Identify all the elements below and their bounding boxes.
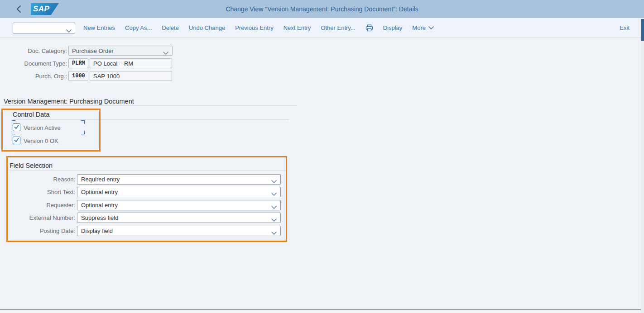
section-title: Version Management: Purchasing Document [4, 98, 134, 105]
new-entries-button[interactable]: New Entries [83, 24, 115, 31]
posting-date-dropdown[interactable]: Display field [77, 226, 281, 236]
posting-date-value: Display field [81, 228, 113, 234]
chevron-down-icon [271, 204, 277, 211]
chevron-down-icon [428, 24, 434, 31]
command-field[interactable] [13, 23, 75, 33]
version-active-label: Version Active [24, 124, 61, 131]
short-text-dropdown[interactable]: Optional entry [77, 187, 281, 197]
undo-change-button[interactable]: Undo Change [189, 24, 225, 31]
reason-value: Required entry [81, 176, 120, 183]
control-data-title: Control Data [13, 111, 49, 118]
external-number-value: Suppress field [81, 214, 118, 221]
chevron-down-icon [271, 178, 277, 185]
reason-dropdown[interactable]: Required entry [77, 174, 281, 185]
short-text-label: Short Text: [0, 189, 75, 195]
short-text-value: Optional entry [81, 189, 118, 195]
field-selection-title: Field Selection [10, 162, 53, 169]
header-bar: SAP Change View "Version Management: Pur… [0, 0, 644, 18]
next-entry-button[interactable]: Next Entry [284, 24, 311, 31]
requester-dropdown[interactable]: Optional entry [77, 200, 281, 210]
doc-category-label: Doc. Category: [0, 47, 67, 54]
scrollbar-thumb[interactable] [641, 19, 644, 41]
chevron-down-icon [271, 230, 277, 237]
section-divider [2, 105, 297, 106]
checkmark-icon [14, 123, 19, 132]
document-type-description-field[interactable]: PO Local – RM [90, 58, 172, 68]
version-active-checkbox[interactable] [13, 123, 20, 131]
requester-label: Requester: [0, 202, 75, 209]
purch-org-code-field[interactable]: 1000 [68, 71, 88, 81]
purch-org-description: SAP 1000 [93, 73, 120, 80]
window-title: Change View "Version Management: Purchas… [0, 0, 644, 18]
requester-value: Optional entry [81, 202, 118, 209]
doc-category-value: Purchase Order [72, 47, 114, 54]
purch-org-description-field[interactable]: SAP 1000 [90, 71, 172, 81]
external-number-dropdown[interactable]: Suppress field [77, 213, 281, 223]
field-selection-divider [10, 171, 286, 171]
exit-button[interactable]: Exit [620, 24, 630, 31]
vertical-scrollbar[interactable] [641, 18, 644, 313]
purch-org-code: 1000 [72, 73, 85, 79]
delete-button[interactable]: Delete [162, 24, 179, 31]
control-data-divider [13, 119, 289, 120]
display-button[interactable]: Display [383, 24, 403, 31]
chevron-down-icon [163, 50, 168, 57]
chevron-down-icon [271, 217, 277, 223]
external-number-label: External Number: [0, 214, 75, 221]
application-toolbar: New Entries Copy As... Delete Undo Chang… [0, 18, 644, 38]
previous-entry-button[interactable]: Previous Entry [235, 24, 274, 31]
sap-gui-window: SAP Change View "Version Management: Pur… [0, 0, 644, 313]
doc-category-dropdown[interactable]: Purchase Order [68, 46, 173, 56]
footer-strip [0, 310, 644, 313]
document-type-description: PO Local – RM [93, 60, 133, 67]
reason-label: Reason: [0, 176, 75, 183]
other-entry-button[interactable]: Other Entry... [321, 24, 355, 31]
more-button[interactable]: More [412, 24, 434, 31]
document-type-label: Document Type: [0, 60, 67, 67]
version-0-ok-label: Version 0 OK [24, 138, 58, 144]
purch-org-label: Purch. Org.: [0, 73, 67, 80]
copy-as-button[interactable]: Copy As... [125, 24, 152, 31]
command-input[interactable] [13, 23, 75, 33]
document-type-code-field[interactable]: PLRM [68, 58, 88, 68]
printer-icon[interactable] [365, 24, 373, 32]
chevron-down-icon [271, 191, 277, 198]
checkmark-icon [14, 137, 19, 145]
version-0-ok-checkbox[interactable] [13, 137, 20, 144]
posting-date-label: Posting Date: [0, 228, 75, 234]
more-button-label: More [412, 24, 426, 31]
document-type-code: PLRM [72, 60, 85, 66]
